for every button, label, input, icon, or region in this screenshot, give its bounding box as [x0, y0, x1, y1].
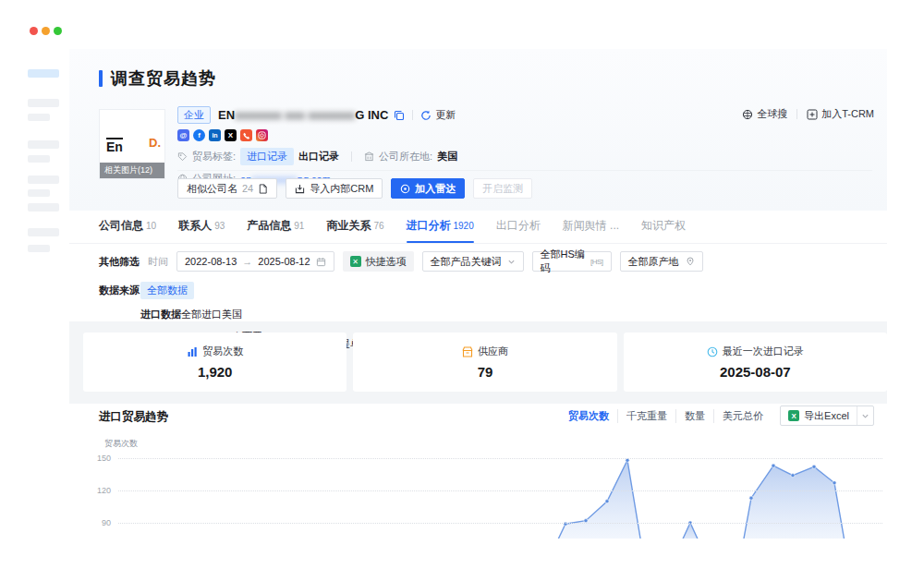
- metric-trade-count[interactable]: 贸易次数: [560, 409, 618, 423]
- all-data-chip[interactable]: 全部数据: [140, 282, 194, 299]
- sidebar-skeleton-bar: [28, 203, 59, 212]
- tab-products[interactable]: 产品信息91: [247, 218, 304, 238]
- stat-cards: 贸易次数 1,920 供应商 79 最近一次进口记录 2025-08-07: [83, 333, 887, 392]
- filter-bar: 其他筛选 时间 2022-08-13 → 2025-08-12 ✕ 快捷选项 全…: [99, 251, 703, 272]
- copy-icon[interactable]: [394, 110, 405, 121]
- page-title: 调查贸易趋势: [111, 67, 216, 90]
- calendar-icon: [316, 257, 326, 267]
- join-radar-label: 加入雷达: [415, 182, 456, 196]
- export-excel-label: 导出Excel: [804, 409, 849, 423]
- start-monitoring-button[interactable]: 开启监测: [473, 178, 532, 199]
- metric-quantity[interactable]: 数量: [676, 409, 714, 423]
- redacted-company-name: xxxxxxx xxx xxxxxxx: [235, 108, 355, 122]
- location-label: 公司所在地:: [379, 150, 432, 163]
- origin-value: 全部原产地: [628, 255, 679, 269]
- tab-intellectual-property[interactable]: 知识产权: [641, 218, 686, 238]
- tab-business-relations[interactable]: 商业关系76: [326, 218, 383, 238]
- similar-companies-label: 相似公司名: [187, 182, 237, 196]
- zoom-window-button[interactable]: [54, 27, 62, 35]
- linkedin-icon[interactable]: in: [209, 129, 221, 141]
- latest-import-label: 最近一次进口记录: [723, 345, 804, 358]
- origin-select[interactable]: 全部原产地: [620, 251, 703, 272]
- trade-tag-icon: [177, 151, 188, 162]
- tab-export-analysis[interactable]: 出口分析: [496, 218, 541, 238]
- global-search-label: 全球搜: [757, 107, 787, 121]
- sidebar-skeleton-bar: [28, 69, 59, 78]
- trend-chart-plot[interactable]: [118, 452, 882, 539]
- tab-company-info[interactable]: 公司信息10: [99, 218, 156, 238]
- facebook-icon[interactable]: f: [193, 129, 205, 141]
- latest-import-value: 2025-08-07: [720, 364, 791, 380]
- latest-import-card: 最近一次进口记录 2025-08-07: [624, 333, 887, 392]
- metric-kg-weight[interactable]: 千克重量: [618, 409, 676, 423]
- supplier-card: 供应商 79: [353, 333, 616, 392]
- hs-code-value: 全部HS编码: [541, 248, 585, 275]
- export-excel-caret[interactable]: [857, 406, 873, 425]
- divider: [351, 151, 352, 162]
- excel-icon: X: [788, 410, 799, 421]
- date-end: 2025-08-12: [258, 256, 310, 267]
- import-data-item[interactable]: 全部进口: [181, 308, 222, 321]
- clock-icon: [707, 346, 718, 357]
- crm-grid-icon: [807, 109, 818, 120]
- trade-count-value: 1,920: [198, 364, 233, 380]
- import-crm-button[interactable]: 导入内部CRM: [286, 178, 383, 199]
- y-axis-tick: 90: [91, 518, 111, 527]
- app-window: 调查贸易趋势 全球搜 加入T-CRM En D. 相关图片(12) 企业 ENx…: [0, 0, 924, 581]
- divider: [412, 110, 413, 120]
- quick-options-label: 快捷选项: [366, 255, 407, 269]
- join-tcrm-label: 加入T-CRM: [821, 107, 874, 121]
- company-logo-image[interactable]: En D. 相关图片(12): [99, 109, 165, 179]
- radar-icon: [400, 184, 410, 194]
- import-icon: [295, 184, 305, 194]
- instagram-icon[interactable]: [256, 129, 268, 141]
- tab-bar: 公司信息10 联系人93 产品信息91 商业关系76 进口分析1920 出口分析…: [99, 218, 686, 238]
- supplier-label: 供应商: [478, 345, 508, 358]
- website-social-icon[interactable]: @: [177, 129, 189, 141]
- date-range-input[interactable]: 2022-08-13 → 2025-08-12: [176, 251, 334, 272]
- divider: [796, 109, 797, 119]
- product-keyword-value: 全部产品关键词: [431, 255, 502, 269]
- tab-news-sentiment[interactable]: 新闻舆情 ...: [563, 218, 619, 238]
- x-twitter-icon[interactable]: X: [225, 129, 237, 141]
- enterprise-badge: 企业: [177, 106, 211, 124]
- import-records-tag[interactable]: 进口记录: [240, 148, 294, 165]
- hs-code-select[interactable]: 全部HS编码 [HS]: [532, 251, 612, 272]
- document-icon: [258, 184, 268, 194]
- sidebar-skeleton-bar: [28, 245, 50, 252]
- other-filters-label: 其他筛选: [99, 255, 140, 269]
- supplier-value: 79: [478, 364, 493, 380]
- trade-count-label: 贸易次数: [202, 345, 243, 358]
- export-excel-button[interactable]: X 导出Excel: [780, 405, 874, 426]
- tab-contacts[interactable]: 联系人93: [178, 218, 225, 238]
- sidebar-skeleton-bar: [28, 99, 59, 107]
- tab-import-analysis[interactable]: 进口分析1920: [407, 218, 474, 238]
- company-logo-mark: D.: [149, 136, 161, 150]
- globe-search-icon: [742, 109, 753, 120]
- import-data-item[interactable]: 美国: [222, 308, 242, 321]
- phone-icon[interactable]: [240, 129, 252, 141]
- import-crm-label: 导入内部CRM: [310, 182, 373, 196]
- global-search-link[interactable]: 全球搜: [742, 107, 787, 121]
- data-source-label: 数据来源: [99, 284, 140, 297]
- close-window-button[interactable]: [30, 27, 38, 35]
- join-radar-button[interactable]: 加入雷达: [391, 178, 465, 199]
- sidebar-skeleton-bar: [28, 140, 59, 149]
- sidebar-skeleton-bar: [28, 155, 50, 163]
- related-images-label[interactable]: 相关图片(12): [100, 163, 164, 178]
- similar-companies-button[interactable]: 相似公司名 24: [177, 178, 277, 199]
- metric-usd-total[interactable]: 美元总价: [714, 409, 772, 423]
- bar-chart-icon: [187, 346, 198, 357]
- quick-options-button[interactable]: ✕ 快捷选项: [343, 251, 414, 272]
- gridline: [118, 523, 882, 524]
- join-tcrm-link[interactable]: 加入T-CRM: [807, 107, 874, 121]
- refresh-button[interactable]: 更新: [435, 108, 456, 122]
- product-keyword-select[interactable]: 全部产品关键词: [422, 251, 524, 272]
- divider: [177, 170, 872, 171]
- minimize-window-button[interactable]: [42, 27, 50, 35]
- export-records-tag[interactable]: 出口记录: [298, 150, 339, 163]
- company-logo-text: En: [106, 138, 123, 154]
- y-axis-tick: 150: [91, 454, 111, 463]
- import-data-label: 进口数据: [140, 308, 181, 321]
- hs-code-icon: [HS]: [590, 258, 603, 266]
